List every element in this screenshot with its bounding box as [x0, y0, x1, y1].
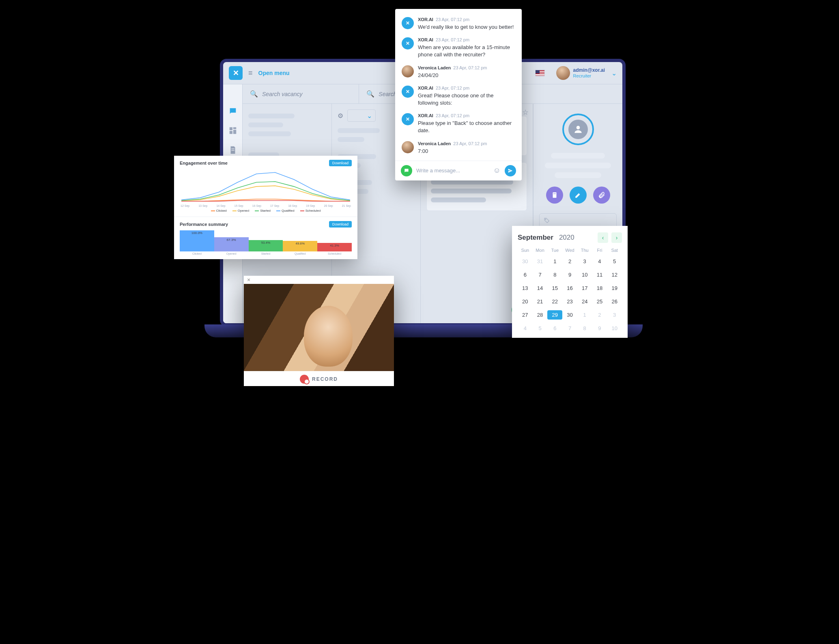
calendar-dow: Sat — [607, 248, 622, 253]
download-button[interactable]: Download — [329, 160, 352, 166]
user-email: admin@xor.ai — [573, 68, 605, 73]
chat-message: Veronica Laden23 Apr, 07:12 pm24/04/20 — [395, 62, 522, 82]
calendar-day[interactable]: 13 — [518, 283, 533, 293]
calendar-day[interactable]: 17 — [577, 283, 592, 293]
next-month-button[interactable]: › — [611, 232, 622, 243]
edit-button[interactable] — [570, 187, 587, 204]
filter-icon[interactable]: ⚙ — [338, 112, 343, 120]
svg-rect-2 — [233, 130, 236, 134]
calendar-day[interactable]: 20 — [518, 297, 533, 306]
search-vacancy-input[interactable]: 🔍 Search vacancy — [243, 84, 359, 103]
svg-rect-8 — [553, 193, 556, 194]
emoji-icon[interactable]: ☺ — [493, 166, 501, 175]
calendar-day[interactable]: 27 — [518, 310, 533, 320]
flag-us-icon[interactable] — [535, 70, 545, 76]
svg-rect-0 — [229, 127, 232, 130]
hamburger-icon[interactable]: ≡ — [248, 69, 253, 77]
calendar-day[interactable]: 28 — [533, 310, 548, 320]
calendar-day[interactable]: 22 — [547, 297, 562, 306]
calendar-day[interactable]: 5 — [607, 257, 622, 266]
download-button[interactable]: Download — [329, 221, 352, 228]
calendar-widget: September 2020 ‹ › SunMonTueWedThuFriSat… — [512, 226, 628, 338]
tag-icon — [544, 217, 550, 224]
document-button[interactable] — [546, 187, 563, 204]
star-icon[interactable]: ☆ — [522, 108, 529, 117]
calendar-day[interactable]: 11 — [592, 270, 607, 279]
calendar-dow: Mon — [533, 248, 548, 253]
analytics-card: Engagement over time Download 12 Sep13 S… — [174, 156, 357, 259]
performance-title: Performance summary — [180, 222, 228, 227]
open-menu-link[interactable]: Open menu — [258, 70, 290, 76]
calendar-day[interactable]: 29 — [547, 310, 562, 320]
svg-rect-7 — [553, 192, 556, 198]
calendar-day[interactable]: 21 — [533, 297, 548, 306]
record-button[interactable] — [300, 375, 309, 384]
engagement-title: Engagement over time — [180, 161, 228, 165]
calendar-day[interactable]: 30 — [562, 310, 577, 320]
calendar-day[interactable]: 8 — [547, 270, 562, 279]
bot-avatar-icon: ✕ — [402, 86, 414, 98]
calendar-day[interactable]: 4 — [592, 257, 607, 266]
calendar-day[interactable]: 19 — [607, 283, 622, 293]
profile-avatar-ring — [562, 114, 594, 145]
calendar-day: 6 — [547, 324, 562, 333]
bot-avatar-icon: ✕ — [402, 113, 414, 125]
document-icon[interactable] — [228, 146, 237, 155]
bar-started: 53.4% — [249, 240, 283, 251]
calendar-day: 4 — [518, 324, 533, 333]
search-icon: 🔍 — [366, 90, 374, 98]
chat-input-row: Write a message... ☺ — [395, 161, 522, 180]
bot-avatar-icon: ✕ — [402, 17, 414, 29]
calendar-dow: Thu — [577, 248, 592, 253]
performance-bar-chart: 100.0%Clicked67.3%Opened53.4%Started49.6… — [180, 232, 352, 255]
chat-message: ✕XOR.AI23 Apr, 07:12 pmWe'd really like … — [395, 14, 522, 34]
svg-point-6 — [576, 126, 580, 129]
person-icon — [568, 120, 588, 139]
chat-message: ✕XOR.AI23 Apr, 07:12 pmWhen are you avai… — [395, 34, 522, 62]
calendar-day: 9 — [592, 324, 607, 333]
engagement-line-chart — [180, 169, 352, 204]
calendar-day[interactable]: 7 — [533, 270, 548, 279]
user-menu[interactable]: admin@xor.ai Recruiter ⌄ — [556, 66, 617, 80]
calendar-day[interactable]: 16 — [562, 283, 577, 293]
bar-qualified: 49.6% — [283, 241, 317, 251]
calendar-day[interactable]: 15 — [547, 283, 562, 293]
calendar-day[interactable]: 24 — [577, 297, 592, 306]
calendar-day: 8 — [577, 324, 592, 333]
dashboard-icon[interactable] — [228, 126, 237, 135]
calendar-day[interactable]: 3 — [577, 257, 592, 266]
calendar-day[interactable]: 23 — [562, 297, 577, 306]
chevron-down-icon: ⌄ — [611, 69, 617, 77]
svg-rect-3 — [229, 131, 232, 134]
close-icon[interactable]: × — [247, 277, 250, 283]
calendar-day[interactable]: 26 — [607, 297, 622, 306]
record-label: RECORD — [312, 376, 338, 382]
calendar-day: 2 — [592, 310, 607, 320]
calendar-day: 31 — [533, 257, 548, 266]
calendar-day[interactable]: 10 — [577, 270, 592, 279]
calendar-day[interactable]: 12 — [607, 270, 622, 279]
user-avatar — [402, 141, 414, 153]
bar-opened: 67.3% — [214, 237, 249, 251]
calendar-day[interactable]: 9 — [562, 270, 577, 279]
chat-message: ✕XOR.AI23 Apr, 07:12 pmGreat! Please cho… — [395, 82, 522, 110]
sms-icon[interactable] — [401, 165, 412, 176]
attachment-button[interactable] — [593, 187, 610, 204]
svg-point-9 — [545, 219, 546, 220]
chat-message-input[interactable]: Write a message... — [416, 167, 489, 174]
calendar-day[interactable]: 25 — [592, 297, 607, 306]
search-icon: 🔍 — [250, 90, 258, 98]
chat-panel: ✕XOR.AI23 Apr, 07:12 pmWe'd really like … — [395, 9, 522, 180]
chat-icon[interactable] — [228, 107, 237, 116]
svg-rect-4 — [231, 148, 234, 149]
calendar-day[interactable]: 18 — [592, 283, 607, 293]
calendar-day[interactable]: 2 — [562, 257, 577, 266]
calendar-day[interactable]: 14 — [533, 283, 548, 293]
send-button[interactable] — [505, 165, 516, 176]
sort-dropdown[interactable]: ⌄ — [347, 109, 376, 122]
prev-month-button[interactable]: ‹ — [598, 232, 608, 243]
calendar-day: 10 — [607, 324, 622, 333]
calendar-day[interactable]: 6 — [518, 270, 533, 279]
calendar-day[interactable]: 1 — [547, 257, 562, 266]
calendar-dow: Sun — [518, 248, 533, 253]
